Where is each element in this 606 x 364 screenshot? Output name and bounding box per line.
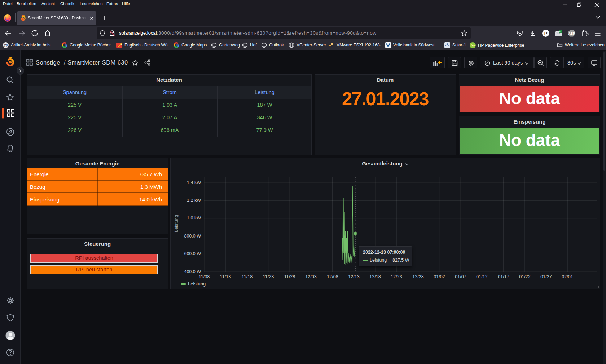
svg-text:P: P: [544, 31, 548, 36]
svg-text:@: @: [4, 43, 8, 47]
svg-text:hp: hp: [471, 44, 475, 47]
svg-text:ABP: ABP: [568, 32, 575, 35]
